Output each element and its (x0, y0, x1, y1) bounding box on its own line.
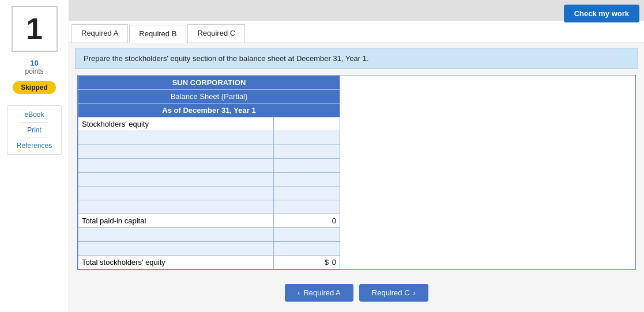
table-row: Stockholders' equity (78, 117, 340, 131)
editable-label-1[interactable] (78, 131, 274, 145)
instruction-bar: Prepare the stockholders' equity section… (75, 48, 638, 69)
editable-input-value-3[interactable] (277, 161, 336, 170)
editable-value-6[interactable] (274, 200, 340, 214)
stockholders-equity-value (274, 117, 340, 131)
editable-input-label-1[interactable] (82, 134, 270, 142)
tab-required-b[interactable]: Required B (129, 25, 186, 43)
nav-buttons: ‹ Required A Required C › (75, 276, 638, 307)
editable-value-4[interactable] (274, 173, 340, 187)
table-row (78, 173, 340, 187)
editable-label-6[interactable] (78, 200, 274, 214)
top-bar (69, 0, 644, 21)
balance-sheet-table: SUN CORPORATION Balance Sheet (Partial) … (78, 75, 340, 269)
editable-value-5[interactable] (274, 187, 340, 200)
editable-value-3[interactable] (274, 159, 340, 173)
check-my-work-button[interactable]: Check my work (564, 5, 639, 22)
balance-sheet-table-wrapper: SUN CORPORATION Balance Sheet (Partial) … (77, 75, 636, 270)
editable-label-5[interactable] (78, 187, 274, 200)
editable-input-label-8[interactable] (82, 244, 270, 253)
editable-label-4[interactable] (78, 173, 274, 187)
sidebar: 1 10 points Skipped eBook Print Referenc… (0, 0, 69, 312)
tab-required-a[interactable]: Required A (71, 24, 128, 43)
editable-input-label-7[interactable] (82, 230, 270, 239)
divider-1 (20, 122, 48, 123)
table-row (78, 145, 340, 159)
editable-input-value-1[interactable] (277, 134, 336, 142)
print-link[interactable]: Print (27, 126, 42, 134)
editable-input-value-2[interactable] (277, 147, 336, 156)
ebook-link[interactable]: eBook (24, 111, 44, 119)
total-stockholders-equity-label: Total stockholders' equity (78, 256, 274, 269)
question-number-box: 1 (12, 6, 58, 52)
prev-icon: ‹ (297, 288, 300, 297)
editable-label-2[interactable] (78, 145, 274, 159)
question-number: 1 (26, 12, 43, 46)
content-area: Prepare the stockholders' equity section… (69, 43, 644, 312)
editable-input-label-2[interactable] (82, 147, 270, 156)
editable-value-8[interactable] (274, 242, 340, 256)
sidebar-links-box: eBook Print References (7, 105, 62, 155)
tab-required-c[interactable]: Required C (187, 24, 245, 43)
editable-input-value-7[interactable] (277, 230, 336, 239)
editable-input-value-6[interactable] (277, 203, 336, 211)
references-link[interactable]: References (17, 142, 52, 150)
prev-label: Required A (303, 288, 340, 297)
total-paid-in-capital-value: 0 (274, 214, 340, 228)
table-row (78, 159, 340, 173)
next-label: Required C (372, 288, 410, 297)
table-row (78, 200, 340, 214)
editable-input-value-4[interactable] (277, 175, 336, 184)
total-stockholders-equity-row: Total stockholders' equity $ 0 (78, 256, 340, 269)
editable-label-7[interactable] (78, 228, 274, 242)
table-row (78, 131, 340, 145)
next-icon: › (413, 288, 416, 297)
editable-label-3[interactable] (78, 159, 274, 173)
total-paid-in-capital-row: Total paid-in capital 0 (78, 214, 340, 228)
stockholders-equity-label: Stockholders' equity (78, 117, 274, 131)
editable-input-label-6[interactable] (82, 203, 270, 211)
editable-input-label-5[interactable] (82, 189, 270, 197)
dollar-sign: $ (325, 258, 330, 267)
table-subtitle: Balance Sheet (Partial) (78, 90, 340, 104)
editable-input-value-5[interactable] (277, 189, 336, 197)
skipped-badge: Skipped (13, 81, 56, 94)
points-value: 10 (30, 59, 38, 67)
editable-value-2[interactable] (274, 145, 340, 159)
table-row (78, 242, 340, 256)
divider-2 (20, 138, 48, 138)
total-stockholders-equity-value: $ 0 (274, 256, 340, 269)
total-paid-in-capital-label: Total paid-in capital (78, 214, 274, 228)
tabs-container: Required A Required B Required C (69, 21, 644, 43)
table-date: As of December 31, Year 1 (78, 104, 340, 117)
prev-button[interactable]: ‹ Required A (285, 284, 353, 302)
points-label: points (25, 67, 43, 75)
editable-input-value-8[interactable] (277, 244, 336, 253)
table-row (78, 228, 340, 242)
editable-value-1[interactable] (274, 131, 340, 145)
editable-input-label-4[interactable] (82, 175, 270, 184)
editable-value-7[interactable] (274, 228, 340, 242)
main-content: Required A Required B Required C Prepare… (69, 0, 644, 312)
total-equity-number: 0 (332, 258, 336, 267)
table-company-header: SUN CORPORATION (78, 76, 340, 90)
editable-label-8[interactable] (78, 242, 274, 256)
editable-input-label-3[interactable] (82, 161, 270, 170)
next-button[interactable]: Required C › (359, 284, 428, 302)
instruction-text: Prepare the stockholders' equity section… (84, 54, 369, 63)
table-row (78, 187, 340, 200)
